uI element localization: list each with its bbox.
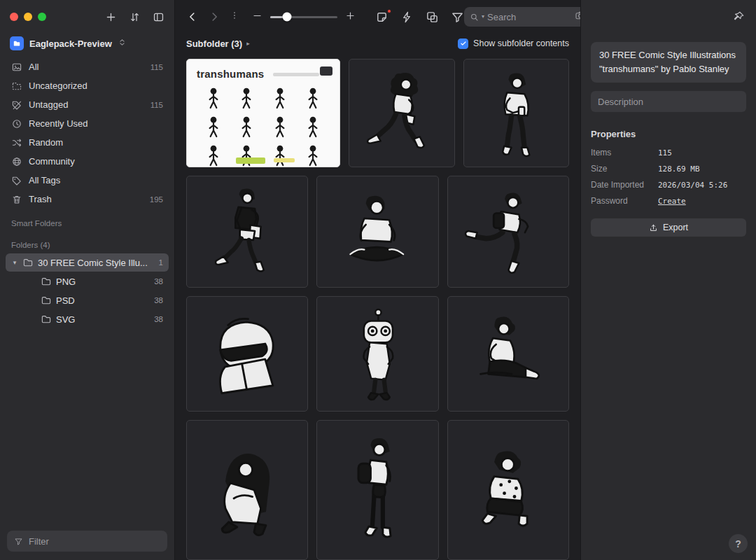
grid-row — [186, 420, 569, 560]
main-toolbar: ▾ — [175, 0, 580, 34]
sidebar-item-icon — [11, 175, 22, 186]
filter-button[interactable] — [451, 10, 464, 24]
sidebar-item-all-tags[interactable]: All Tags — [6, 171, 169, 190]
illustration — [457, 434, 559, 556]
cover-title: transhumans — [197, 68, 264, 80]
sort-button[interactable] — [128, 10, 141, 23]
smart-filter-button[interactable] — [400, 10, 414, 24]
search-input[interactable] — [487, 12, 572, 22]
sidebar-item-trash[interactable]: Trash 195 — [6, 190, 169, 209]
folder-label: 30 FREE Comic Style Illu... — [38, 258, 148, 268]
layout-icon — [426, 10, 439, 24]
sidebar-item-random[interactable]: Random — [6, 133, 169, 152]
grid-item-sitting-on-ground[interactable] — [447, 296, 569, 412]
export-button[interactable]: Export — [591, 218, 746, 237]
property-row: Password Create — [591, 196, 746, 206]
grid-item-transhumans-cover[interactable]: transhumans — [186, 59, 340, 167]
more-options-button[interactable] — [230, 10, 239, 23]
grid-row — [186, 296, 569, 412]
sidebar-item-icon — [11, 62, 22, 73]
back-button[interactable] — [186, 10, 199, 23]
zoom-in-button[interactable] — [345, 10, 356, 24]
password-create-link[interactable]: Create — [658, 197, 686, 206]
folder-png[interactable]: PNG 38 — [6, 272, 169, 290]
illustration — [327, 307, 428, 407]
sidebar-item-all[interactable]: All 115 — [6, 57, 169, 76]
sticker-button[interactable] — [375, 10, 388, 24]
illustration — [197, 186, 298, 284]
library-icon — [10, 36, 24, 50]
illustration — [197, 434, 298, 556]
sidebar-item-label: Community — [29, 156, 75, 167]
close-button[interactable] — [10, 13, 18, 21]
folder-icon — [22, 257, 34, 268]
zoom-button[interactable] — [38, 13, 46, 21]
cover-highlight — [236, 158, 265, 164]
sidebar-item-label: Untagged — [29, 99, 68, 110]
grid-item-crouching-polka-dots[interactable] — [447, 420, 569, 560]
illustration — [472, 69, 560, 164]
sticker-icon — [375, 10, 388, 24]
pin-button[interactable] — [732, 10, 745, 23]
folder-comic-style[interactable]: ▾ 30 FREE Comic Style Illu... 1 — [6, 253, 169, 272]
layout-button[interactable] — [426, 10, 439, 24]
grid-item-running-person[interactable] — [447, 176, 569, 288]
forward-button[interactable] — [208, 10, 220, 23]
cover-figures — [197, 86, 330, 167]
description-input[interactable] — [598, 97, 739, 107]
zoom-out-button[interactable] — [252, 10, 262, 24]
item-title[interactable]: 30 FREE Comic Style Illustrations "trans… — [591, 42, 746, 83]
folder-count: 1 — [159, 258, 163, 267]
sidebar-item-recently-used[interactable]: Recently Used — [6, 114, 169, 133]
grid-item-crouching-long-hair[interactable] — [186, 420, 308, 560]
add-button[interactable] — [104, 10, 117, 23]
inspector-panel: 30 FREE Comic Style Illustrations "trans… — [580, 0, 756, 560]
caret-right-icon: ▸ — [246, 40, 250, 47]
grid-item-person-with-phone[interactable] — [463, 59, 570, 167]
grid-item-sitting-cross-legged[interactable] — [316, 176, 438, 288]
cover-subtitle-bar — [273, 73, 319, 76]
zoom-slider[interactable] — [270, 16, 337, 18]
grid-item-walking-man[interactable] — [186, 176, 308, 288]
sidebar-item-label: Recently Used — [29, 118, 88, 129]
help-button[interactable]: ? — [729, 534, 748, 553]
filter-placeholder: Filter — [29, 536, 49, 547]
sidebar-item-icon — [11, 118, 22, 130]
sidebar-item-icon — [11, 137, 22, 148]
library-switcher[interactable]: Eaglepack-Preview — [0, 34, 174, 57]
toggle-sidebar-button[interactable] — [152, 10, 164, 23]
pin-icon — [732, 10, 745, 23]
folder-label: PNG — [56, 276, 76, 287]
grid-item-standing-backpack[interactable] — [316, 420, 438, 560]
folder-icon — [41, 276, 52, 287]
grid-item-walking-woman[interactable] — [349, 59, 455, 167]
grid-item-helmet-portrait[interactable] — [186, 296, 308, 412]
grid-item-robot[interactable] — [316, 296, 438, 412]
disclosure-icon[interactable]: ▾ — [11, 259, 18, 266]
sidebar-item-label: All Tags — [29, 175, 60, 186]
sidebar-item-community[interactable]: Community — [6, 152, 169, 171]
sidebar-item-icon — [11, 80, 22, 92]
folder-psd[interactable]: PSD 38 — [6, 291, 169, 309]
chevron-updown-icon — [118, 37, 127, 50]
property-label: Items — [591, 148, 658, 158]
minimize-button[interactable] — [24, 13, 32, 21]
sidebar-item-uncategorized[interactable]: Uncategorized — [6, 76, 169, 95]
illustration — [327, 186, 428, 284]
illustration — [457, 186, 559, 284]
folder-svg[interactable]: SVG 38 — [6, 310, 169, 328]
show-subfolder-checkbox[interactable] — [458, 38, 468, 49]
search-icon — [470, 13, 479, 22]
search-field[interactable]: ▾ — [464, 7, 592, 27]
filter-input[interactable]: Filter — [7, 531, 167, 552]
sidebar-item-untagged[interactable]: Untagged 115 — [6, 95, 169, 114]
folder-icon — [41, 314, 52, 325]
illustration — [358, 69, 446, 164]
subfolder-label[interactable]: Subfolder (3) ▸ — [186, 38, 250, 49]
sidebar-item-icon — [11, 156, 22, 167]
show-subfolder-toggle[interactable]: Show subfolder contents — [458, 38, 569, 49]
description-field[interactable] — [591, 91, 746, 112]
zoom-slider-knob[interactable] — [283, 13, 292, 22]
property-value: 115 — [658, 148, 672, 158]
search-scope-chevron-icon[interactable]: ▾ — [482, 14, 484, 20]
